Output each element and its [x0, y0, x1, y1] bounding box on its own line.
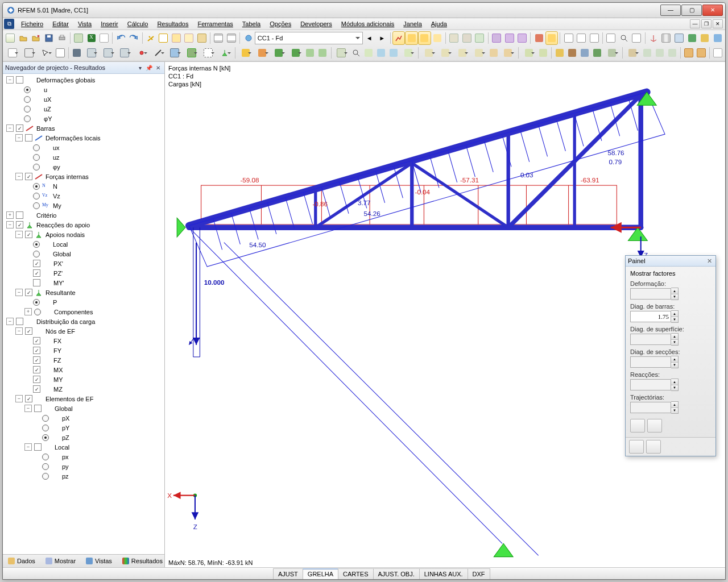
table-btn2[interactable]: [695, 46, 708, 60]
panel-header[interactable]: Painel✕: [626, 256, 715, 267]
tool-tips[interactable]: [698, 31, 712, 45]
tool-purple3[interactable]: [516, 31, 529, 45]
tool-world[interactable]: [242, 31, 255, 45]
maximize-button[interactable]: ▢: [681, 5, 702, 16]
panel-close-icon[interactable]: ✕: [705, 257, 713, 265]
tool-case-prev[interactable]: ◄: [363, 31, 376, 45]
tool-list1[interactable]: [212, 31, 225, 45]
note-btn[interactable]: [712, 46, 724, 60]
tool-calc[interactable]: [144, 31, 157, 45]
load-t2[interactable]: [316, 46, 329, 60]
tool2-a[interactable]: [333, 46, 349, 60]
tool-help[interactable]: [711, 31, 724, 45]
member-dd3[interactable]: [117, 46, 133, 60]
status-tab-linhas[interactable]: LINHAS AUX.: [419, 568, 468, 579]
tool-r1b[interactable]: [461, 31, 474, 45]
geom-dd6[interactable]: [500, 46, 516, 60]
tool-results-iso[interactable]: [431, 31, 444, 45]
geom-dd4[interactable]: [470, 46, 487, 60]
close-button[interactable]: ✕: [702, 5, 723, 16]
tool-grid[interactable]: [660, 31, 673, 45]
misc-4[interactable]: [591, 46, 603, 60]
misc-2[interactable]: [566, 46, 578, 60]
cursor-mode[interactable]: [38, 46, 54, 60]
tool-results-diag[interactable]: [405, 31, 418, 45]
mdi-minimize[interactable]: —: [690, 19, 700, 28]
tool-new[interactable]: [4, 31, 17, 45]
render-mode[interactable]: [20, 46, 37, 60]
tool-red[interactable]: [532, 31, 545, 45]
menu-ajuda[interactable]: Ajuda: [427, 19, 452, 28]
tool2-d[interactable]: [375, 46, 387, 60]
tool-open[interactable]: [17, 31, 30, 45]
tool-view-rot[interactable]: [630, 31, 643, 45]
opening-dd[interactable]: [200, 46, 216, 60]
tool-view-zoom[interactable]: [618, 31, 631, 45]
tool-units[interactable]: [685, 31, 698, 45]
menu-opcoes[interactable]: Opções: [265, 19, 296, 28]
tool2-e[interactable]: [387, 46, 400, 60]
tool-purple2[interactable]: [503, 31, 516, 45]
menu-ficheiro[interactable]: Ficheiro: [16, 19, 48, 28]
spin-sec[interactable]: ▲▼: [630, 356, 711, 368]
geom-dd3[interactable]: [454, 46, 470, 60]
tool-purple1[interactable]: [490, 31, 503, 45]
geom-dd1[interactable]: [420, 46, 437, 60]
tool-results-fill[interactable]: [418, 31, 431, 45]
view-dd1[interactable]: [624, 46, 641, 60]
member-dd2[interactable]: [100, 46, 116, 60]
member-dd1[interactable]: [83, 46, 100, 60]
misc-3[interactable]: [578, 46, 591, 60]
dock-pin-icon[interactable]: 📌: [145, 64, 153, 72]
tool-param[interactable]: [170, 31, 183, 45]
dim-dd[interactable]: [520, 46, 537, 60]
nav-tab-vistas[interactable]: Vistas: [82, 556, 116, 566]
menu-modulos[interactable]: Módulos adicionais: [337, 19, 399, 28]
menu-calculo[interactable]: Cálculo: [123, 19, 153, 28]
nav-tab-dados[interactable]: Dados: [4, 556, 39, 566]
load-dd1[interactable]: [237, 46, 254, 60]
measure[interactable]: [537, 46, 549, 60]
panel-footer-btn1[interactable]: [629, 440, 644, 454]
sel-point[interactable]: [54, 46, 67, 60]
dock-close-icon[interactable]: ✕: [154, 64, 162, 72]
status-tab-ajustobj[interactable]: AJUST. OBJ.: [373, 568, 420, 579]
beam-tool[interactable]: [71, 46, 83, 60]
misc-dd[interactable]: [603, 46, 620, 60]
tool2-f[interactable]: [400, 46, 416, 60]
menu-editar[interactable]: Editar: [48, 19, 73, 28]
spin-reac[interactable]: ▲▼: [630, 379, 711, 390]
spin-bar[interactable]: ▲▼: [630, 311, 711, 322]
tool-calcsel[interactable]: [157, 31, 170, 45]
view-t4[interactable]: [666, 46, 679, 60]
misc-1[interactable]: [553, 46, 566, 60]
tool-render[interactable]: [673, 31, 686, 45]
minimize-button[interactable]: —: [660, 5, 681, 16]
tool-fea[interactable]: [183, 31, 196, 45]
panel-btn-edit[interactable]: [630, 419, 645, 433]
tool-close-doc[interactable]: [30, 31, 43, 45]
panel-footer-btn2[interactable]: [646, 440, 661, 454]
menu-ferramentas[interactable]: Ferramentas: [193, 19, 237, 28]
tool-save[interactable]: [43, 31, 56, 45]
model-viewport[interactable]: Forças internas N [kN] CC1 : Fd Cargas […: [165, 62, 725, 567]
support-dd[interactable]: [217, 46, 233, 60]
status-tab-grelha[interactable]: GRELHA: [303, 568, 338, 579]
solid-dd[interactable]: [183, 46, 200, 60]
tool-redo[interactable]: [127, 31, 140, 45]
menu-vista[interactable]: Vista: [73, 19, 96, 28]
tool-excel[interactable]: X: [85, 31, 98, 45]
tool-win[interactable]: [196, 31, 209, 45]
menu-resultados[interactable]: Resultados: [152, 19, 193, 28]
tool-section-list[interactable]: [575, 31, 588, 45]
tool-r1a[interactable]: [448, 31, 461, 45]
tool-case-next[interactable]: ►: [375, 31, 388, 45]
spin-surf[interactable]: ▲▼: [630, 334, 711, 345]
tool-print[interactable]: [55, 31, 68, 45]
tool-sel[interactable]: [545, 31, 559, 45]
menu-tabela[interactable]: Tabela: [238, 19, 265, 28]
spin-deform[interactable]: ▲▼: [630, 288, 711, 300]
mdi-app-icon[interactable]: ⧉: [4, 19, 14, 29]
menu-developers[interactable]: Developers: [296, 19, 337, 28]
menu-janela[interactable]: Janela: [399, 19, 426, 28]
